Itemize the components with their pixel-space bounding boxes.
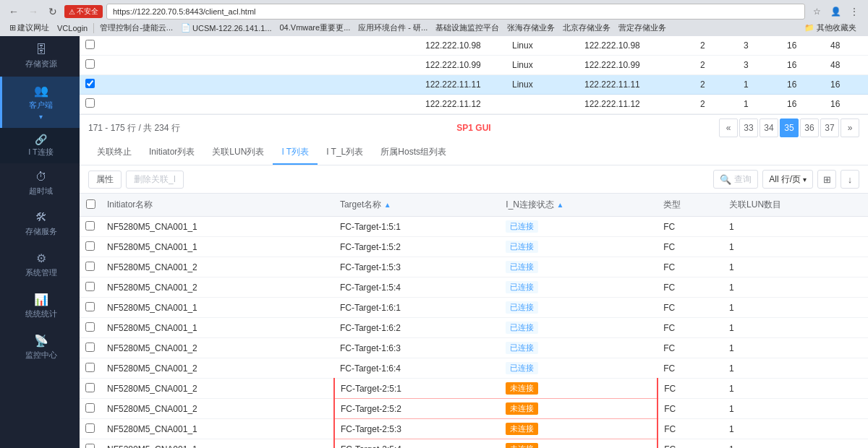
- back-button[interactable]: ←: [6, 4, 22, 20]
- sidebar-item-service[interactable]: 🛠 存储服务: [0, 204, 80, 244]
- page-btn-34[interactable]: 34: [760, 119, 778, 137]
- per-page-select[interactable]: All 行/页 ▾: [762, 170, 813, 189]
- address-text: https://122.220.70.5:8443/client_acl.htm…: [113, 7, 256, 16]
- sidebar-item-it-connect[interactable]: 🔗 I T连接: [0, 128, 80, 163]
- status-badge: 未连接: [506, 402, 538, 415]
- grid-view-button[interactable]: ⊞: [817, 170, 836, 189]
- apps-icon: ⊞: [9, 23, 16, 33]
- row-checkbox[interactable]: [85, 262, 95, 271]
- page-btn-36[interactable]: 36: [800, 119, 819, 137]
- bookmark-item-0[interactable]: ⊞ 建议网址: [6, 22, 53, 34]
- main-content: 122.222.10.98 Linux 122.222.10.98 2 3 16…: [80, 36, 868, 448]
- sidebar-item-monitor-stats[interactable]: 📊 统统统计: [0, 285, 80, 327]
- col-checkbox: [80, 194, 101, 217]
- row-checkbox[interactable]: [85, 423, 95, 433]
- bookmark-item-1[interactable]: VCLogin: [54, 23, 91, 33]
- bookmark-item-2[interactable]: 管理控制台-捷能云...: [96, 22, 176, 34]
- sidebar-item-monitor-center[interactable]: 📡 监控中心: [0, 327, 80, 368]
- table-row-disconnected: NF5280M5_CNA001_1FC-Target-2:5:4未连接FC1: [80, 439, 868, 449]
- folder-icon: 📁: [804, 23, 814, 32]
- bookmark-item-3[interactable]: 📄 UCSM-122.26.141.1...: [177, 22, 275, 33]
- forward-button[interactable]: →: [25, 4, 41, 20]
- search-icon: 🔍: [720, 174, 731, 185]
- col-initiator: Initiator名称: [101, 194, 334, 217]
- bookmark-item-5[interactable]: 应用环境台件 - 研...: [354, 22, 431, 34]
- table-row: NF5280M5_CNA001_2FC-Target-1:6:3已连接FC1: [80, 338, 868, 358]
- row-checkbox[interactable]: [85, 59, 95, 69]
- doc-icon: 📄: [181, 23, 191, 33]
- row-checkbox[interactable]: [85, 383, 95, 392]
- page-btn-33[interactable]: 33: [739, 119, 758, 137]
- tab-related-lun[interactable]: 关联LUN列表: [203, 141, 273, 165]
- sidebar-item-client[interactable]: 👥 客户端 ▾: [0, 77, 80, 128]
- sort-icon: ▲: [384, 201, 391, 209]
- sidebar-item-realtime[interactable]: ⏱ 超时域: [0, 163, 80, 204]
- toolbar-right: 🔍 查询 All 行/页 ▾ ⊞ ↓: [713, 170, 859, 189]
- table-row-disconnected: NF5280M5_CNA001_2FC-Target-2:5:1未连接FC1: [80, 379, 868, 399]
- bookmark-item-4[interactable]: 04.Vmware重要更...: [276, 22, 354, 34]
- sidebar-item-system-mgmt[interactable]: ⚙ 系统管理: [0, 244, 80, 285]
- more-bookmarks[interactable]: 📁 其他收藏夹: [799, 22, 862, 34]
- sidebar-item-storage-resource[interactable]: 🗄 存储资源: [0, 36, 80, 77]
- row-checkbox[interactable]: [85, 98, 95, 108]
- select-all-checkbox[interactable]: [86, 199, 95, 209]
- row-checkbox[interactable]: [85, 403, 95, 413]
- security-badge: ⚠ 不安全: [64, 5, 103, 18]
- bookmark-item-7[interactable]: 张海存储业务: [503, 22, 558, 34]
- status-badge: 已连接: [506, 281, 538, 293]
- table-row: NF5280M5_CNA001_2FC-Target-1:6:4已连接FC1: [80, 358, 868, 379]
- bookmark-item-9[interactable]: 营定存储业务: [615, 22, 670, 34]
- row-checkbox[interactable]: [85, 302, 95, 311]
- sidebar-item-label: 系统管理: [25, 267, 57, 278]
- realtime-icon: ⏱: [35, 171, 47, 184]
- table-row-selected[interactable]: 122.222.11.11 Linux 122.222.11.11 2 1 16…: [80, 75, 868, 95]
- table-row: NF5280M5_CNA001_1FC-Target-1:5:1已连接FC1: [80, 217, 868, 237]
- tab-hosts-list[interactable]: 所属Hosts组列表: [372, 141, 455, 165]
- row-checkbox[interactable]: [85, 221, 95, 231]
- page-next-btn[interactable]: »: [841, 119, 859, 137]
- row-checkbox[interactable]: [85, 363, 95, 372]
- col-lun-count: 关联LUN数目: [723, 194, 868, 217]
- refresh-button[interactable]: ↻: [45, 4, 61, 20]
- page-prev-btn[interactable]: «: [719, 119, 738, 137]
- table-row: 122.222.10.98 Linux 122.222.10.98 2 3 16…: [80, 36, 868, 56]
- address-bar[interactable]: https://122.220.70.5:8443/client_acl.htm…: [106, 4, 805, 20]
- tab-it-l-list[interactable]: I T_L列表: [318, 141, 372, 165]
- page-btn-37[interactable]: 37: [820, 119, 839, 137]
- menu-icon[interactable]: ⋮: [846, 4, 862, 20]
- tab-bar: 关联终止 Initiator列表 关联LUN列表 I T列表 I T_L列表 所…: [80, 141, 868, 165]
- status-badge: 已连接: [506, 301, 538, 314]
- sp1-gui-label: SP1 GUI: [456, 123, 490, 133]
- status-badge: 已连接: [506, 220, 538, 233]
- status-badge: 未连接: [506, 423, 538, 435]
- row-checkbox[interactable]: [85, 79, 95, 88]
- page-btn-35[interactable]: 35: [780, 119, 799, 137]
- tab-initiator-list[interactable]: Initiator列表: [140, 141, 203, 165]
- browser-toolbar: ← → ↻ ⚠ 不安全 https://122.220.70.5:8443/cl…: [6, 4, 862, 20]
- table-row: 122.222.11.12 122.222.11.12 2 1 16 16: [80, 95, 868, 114]
- chart-icon: 📊: [34, 293, 48, 306]
- bookmark-item-8[interactable]: 北京存储业务: [559, 22, 614, 34]
- tab-related-hosts[interactable]: 关联终止: [88, 141, 140, 165]
- row-checkbox[interactable]: [85, 241, 95, 251]
- bookmark-item-6[interactable]: 基础设施监控平台: [432, 22, 503, 34]
- search-box[interactable]: 🔍 查询: [713, 170, 758, 189]
- row-checkbox[interactable]: [85, 322, 95, 332]
- toolbar-left: 属性 删除关联_I: [88, 171, 184, 189]
- tab-it-list[interactable]: I T列表: [273, 141, 318, 165]
- row-checkbox[interactable]: [85, 282, 95, 291]
- row-checkbox[interactable]: [85, 343, 95, 352]
- user-icon[interactable]: 👤: [827, 4, 843, 20]
- hosts-table: 122.222.10.98 Linux 122.222.10.98 2 3 16…: [80, 36, 868, 114]
- row-checkbox[interactable]: [85, 444, 95, 449]
- browser-icons: ☆ 👤 ⋮: [809, 4, 862, 20]
- storage-icon: 🗄: [35, 43, 47, 56]
- star-icon[interactable]: ☆: [809, 4, 825, 20]
- pagination-bar: 171 - 175 行 / 共 234 行 SP1 GUI « 33 34 35…: [80, 114, 868, 141]
- row-checkbox[interactable]: [85, 40, 95, 49]
- download-button[interactable]: ↓: [841, 170, 859, 189]
- pagination-info: 171 - 175 行 / 共 234 行: [88, 122, 180, 134]
- delete-related-button[interactable]: 删除关联_I: [126, 171, 184, 189]
- properties-button[interactable]: 属性: [88, 171, 122, 189]
- table-row: NF5280M5_CNA001_1FC-Target-1:6:2已连接FC1: [80, 318, 868, 338]
